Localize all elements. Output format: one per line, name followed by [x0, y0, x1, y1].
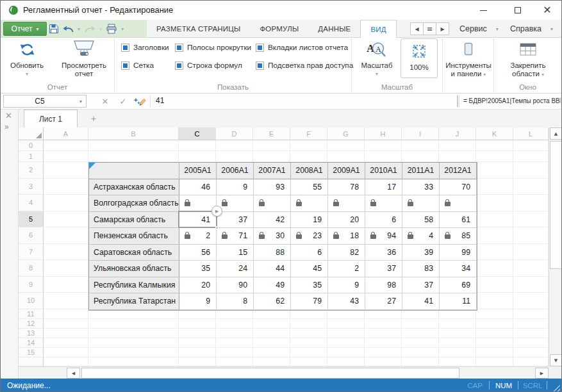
- tab-scroll-right-button[interactable]: ▶: [436, 22, 449, 35]
- redo-button[interactable]: [83, 21, 97, 37]
- sheet-cell-H0[interactable]: [365, 140, 402, 151]
- horizontal-scroll-thumb[interactable]: [81, 368, 459, 379]
- scroll-left-button[interactable]: ◀: [67, 368, 80, 379]
- cell-J5[interactable]: 61: [440, 212, 477, 229]
- sheet-cell-L12[interactable]: [513, 319, 549, 329]
- sheet-cell-E11[interactable]: [253, 309, 290, 319]
- cell-G3[interactable]: 78: [328, 179, 365, 196]
- service-menu[interactable]: Сервис▾: [459, 20, 499, 38]
- row-header-0[interactable]: 0: [19, 140, 44, 151]
- formula-input[interactable]: 41: [156, 96, 164, 105]
- cell-E3[interactable]: 93: [254, 179, 291, 196]
- sheet-cell-F1[interactable]: [290, 151, 327, 162]
- cell-H10[interactable]: 27: [365, 293, 402, 310]
- sheet-cell-I0[interactable]: [402, 140, 439, 151]
- cell-E4[interactable]: [254, 195, 291, 212]
- sheet-cell-G14[interactable]: [327, 338, 365, 348]
- row-header-12[interactable]: 12: [19, 319, 44, 329]
- column-header-C[interactable]: C: [179, 127, 216, 140]
- sheet-cell-L3[interactable]: [513, 179, 549, 195]
- cell-E6[interactable]: 30: [254, 228, 291, 245]
- cell-H3[interactable]: 17: [365, 179, 402, 196]
- row-header-5[interactable]: 5: [19, 211, 44, 228]
- cell-H4[interactable]: [365, 195, 402, 212]
- sheet-cell-L11[interactable]: [513, 309, 549, 319]
- sheet-cell-A6[interactable]: [44, 227, 88, 244]
- sheet-cell-H12[interactable]: [365, 319, 402, 329]
- sheet-cell-L15[interactable]: [513, 348, 549, 357]
- row-header-8[interactable]: 8: [19, 260, 44, 277]
- sheet-cell-B0[interactable]: [88, 140, 179, 151]
- cell-F3[interactable]: 55: [291, 179, 328, 196]
- sheet-cell-F14[interactable]: [290, 338, 327, 348]
- sheet-cell-A1[interactable]: [44, 151, 88, 162]
- sheet-cell-K10[interactable]: [476, 293, 513, 309]
- sheet-cell-L5[interactable]: [513, 211, 549, 228]
- cell-B2[interactable]: [89, 163, 179, 179]
- sheet-cell-I13[interactable]: [402, 329, 439, 338]
- selected-cell-outline[interactable]: ▶: [178, 211, 217, 228]
- tab-formuly[interactable]: ФОРМУЛЫ: [250, 20, 308, 38]
- sheet-cell-G0[interactable]: [327, 140, 365, 151]
- sheet-cell-D15[interactable]: [216, 348, 253, 357]
- sheet-cell-H13[interactable]: [365, 329, 402, 338]
- cell-D10[interactable]: 8: [217, 293, 254, 310]
- cell-D2[interactable]: 2006A1: [217, 163, 254, 179]
- checkbox-headers[interactable]: Заголовки: [121, 43, 169, 52]
- sheet-cell-L7[interactable]: [513, 244, 549, 261]
- sheet-cell-A0[interactable]: [44, 140, 88, 151]
- sheet-cell-K1[interactable]: [476, 151, 513, 162]
- cell-I5[interactable]: 58: [402, 212, 440, 229]
- cell-J7[interactable]: 99: [440, 245, 477, 261]
- cell-D3[interactable]: 9: [217, 179, 254, 196]
- resize-grip[interactable]: [551, 383, 560, 392]
- tab-scroll-left-button[interactable]: ◀: [410, 22, 424, 35]
- panel-close-icon[interactable]: ✕: [5, 111, 12, 120]
- cell-D5[interactable]: 37: [217, 212, 254, 229]
- cell-B9[interactable]: Республика Калмыкия: [89, 277, 179, 294]
- checkbox-formula-bar[interactable]: Строка формул: [175, 61, 242, 70]
- report-menu-button[interactable]: Отчет▾: [3, 22, 47, 36]
- sheet-cell-H1[interactable]: [365, 151, 402, 162]
- sheet-cell-K7[interactable]: [476, 244, 513, 261]
- sheet-cell-A13[interactable]: [44, 329, 88, 338]
- sheet-cell-G1[interactable]: [327, 151, 365, 162]
- sheet-cell-L2[interactable]: [513, 162, 549, 179]
- sheet-cell-L10[interactable]: [513, 293, 549, 309]
- sheet-cell-G11[interactable]: [327, 309, 365, 319]
- sheet-cell-L8[interactable]: [513, 260, 549, 277]
- sheet-cell-K12[interactable]: [476, 319, 513, 329]
- sheet-cell-A5[interactable]: [44, 211, 88, 228]
- column-header-E[interactable]: E: [253, 127, 290, 140]
- row-header-2[interactable]: 2: [19, 162, 44, 179]
- sheet-cell-C14[interactable]: [179, 338, 216, 348]
- sheet-cell-K13[interactable]: [476, 329, 513, 338]
- sheet-cell-A4[interactable]: [44, 195, 88, 211]
- cancel-entry-button[interactable]: ✕: [98, 95, 112, 108]
- cell-C8[interactable]: 35: [179, 261, 217, 277]
- sheet-cell-C12[interactable]: [179, 319, 216, 329]
- sheet-cell-A2[interactable]: [44, 162, 88, 179]
- sheet-cell-D14[interactable]: [216, 338, 253, 348]
- redo-dropdown[interactable]: ▾: [97, 26, 104, 32]
- save-button[interactable]: [47, 21, 61, 37]
- fill-handle[interactable]: [215, 226, 219, 229]
- cell-F7[interactable]: 6: [291, 245, 328, 261]
- cell-B10[interactable]: Республика Татарстан: [89, 293, 179, 310]
- ribbon-collapse-button[interactable]: ≡: [423, 22, 436, 35]
- sheet-cell-K3[interactable]: [476, 179, 513, 195]
- sheet-cell-G12[interactable]: [327, 319, 365, 329]
- cell-G6[interactable]: 18: [328, 228, 365, 245]
- cell-H6[interactable]: 94: [365, 228, 402, 245]
- sheet-cell-K15[interactable]: [476, 348, 513, 357]
- cell-G8[interactable]: 2: [328, 261, 365, 277]
- sheet-cell-K5[interactable]: [476, 211, 513, 228]
- sheet-cell-I1[interactable]: [402, 151, 439, 162]
- sheet-cell-H14[interactable]: [365, 338, 402, 348]
- scroll-up-button[interactable]: ▲: [550, 127, 562, 140]
- sheet-cell-A11[interactable]: [44, 309, 88, 319]
- cell-C6[interactable]: 2: [179, 228, 217, 245]
- undo-dropdown[interactable]: ▾: [75, 26, 83, 32]
- sheet-cell-K9[interactable]: [476, 277, 513, 293]
- refresh-button[interactable]: Обновить ▾: [6, 39, 48, 77]
